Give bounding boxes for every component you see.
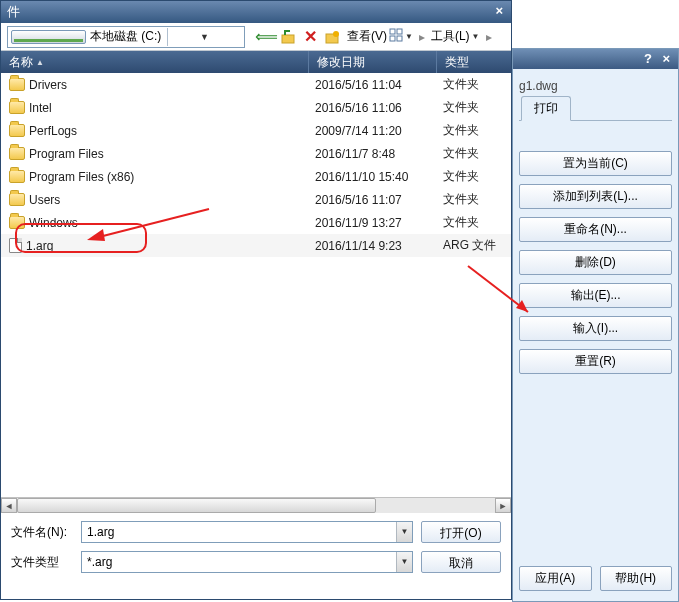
file-row[interactable]: Windows2016/11/9 13:27文件夹 [1,211,511,234]
path-text: 本地磁盘 (C:) [90,28,163,45]
scroll-track[interactable] [17,498,495,513]
filename-label: 文件名(N): [11,524,73,541]
rename-button[interactable]: 重命名(N)... [519,217,672,242]
file-type: 文件夹 [437,191,511,208]
file-name: 1.arg [26,239,53,253]
file-date: 2016/5/16 11:04 [309,78,437,92]
dialog-titlebar: 件 × [1,1,511,23]
tools-menu[interactable]: 工具(L) ▼ [429,28,482,45]
file-date: 2016/5/16 11:06 [309,101,437,115]
close-icon[interactable]: × [491,3,507,18]
file-date: 2016/5/16 11:07 [309,193,437,207]
folder-icon [9,170,25,183]
svg-rect-7 [390,36,395,41]
file-row[interactable]: Program Files2016/11/7 8:48文件夹 [1,142,511,165]
chevron-down-icon[interactable]: ▼ [167,28,241,46]
svg-rect-8 [397,36,402,41]
file-date: 2009/7/14 11:20 [309,124,437,138]
file-icon [9,238,22,253]
dialog-title: 件 [7,4,20,19]
file-open-dialog: 件 × 本地磁盘 (C:) ▼ ⟸ ✕ 查看(V) ▼ ▸ 工具(L) ▼ [0,0,512,600]
svg-point-4 [333,31,339,37]
reset-button[interactable]: 重置(R) [519,349,672,374]
file-name: Drivers [29,78,67,92]
view-menu[interactable]: 查看(V) ▼ [345,28,415,45]
path-selector[interactable]: 本地磁盘 (C:) ▼ [7,26,245,48]
file-name: PerfLogs [29,124,77,138]
file-row[interactable]: Intel2016/5/16 11:06文件夹 [1,96,511,119]
svg-rect-6 [397,29,402,34]
file-date: 2016/11/14 9:23 [309,239,437,253]
file-row[interactable]: PerfLogs2009/7/14 11:20文件夹 [1,119,511,142]
help-icon[interactable]: ? [640,51,656,66]
open-button[interactable]: 打开(O) [421,521,501,543]
file-type: ARG 文件 [437,237,511,254]
file-date: 2016/11/7 8:48 [309,147,437,161]
folder-icon [9,147,25,160]
file-type: 文件夹 [437,214,511,231]
file-list[interactable]: Drivers2016/5/16 11:04文件夹Intel2016/5/16 … [1,73,511,513]
file-row[interactable]: Program Files (x86)2016/11/10 15:40文件夹 [1,165,511,188]
folder-icon [9,216,25,229]
file-name: Intel [29,101,52,115]
column-headers: 名称 ▲ 修改日期 类型 [1,51,511,73]
svg-rect-2 [282,35,294,43]
drive-icon [11,30,86,44]
folder-icon [9,124,25,137]
filename-combo[interactable]: ▼ [81,521,413,543]
up-folder-icon[interactable] [279,28,297,46]
sort-indicator-icon: ▲ [36,58,44,67]
help-button[interactable]: 帮助(H) [600,566,673,591]
scroll-right-icon[interactable]: ► [495,498,511,513]
toolbar: 本地磁盘 (C:) ▼ ⟸ ✕ 查看(V) ▼ ▸ 工具(L) ▼ ▸ [1,23,511,51]
chevron-down-icon[interactable]: ▼ [396,552,412,572]
folder-icon [9,101,25,114]
cancel-button[interactable]: 取消 [421,551,501,573]
back-icon[interactable]: ⟸ [257,28,275,46]
file-row[interactable]: 1.arg2016/11/14 9:23ARG 文件 [1,234,511,257]
add-to-list-button[interactable]: 添加到列表(L)... [519,184,672,209]
file-name: Program Files [29,147,104,161]
tab-print[interactable]: 打印 [521,96,571,121]
delete-icon[interactable]: ✕ [301,28,319,46]
file-type: 文件夹 [437,99,511,116]
chevron-down-icon: ▼ [472,32,480,41]
folder-icon [9,193,25,206]
views-icon [389,28,403,45]
file-name: Program Files (x86) [29,170,134,184]
header-type[interactable]: 类型 [437,51,511,73]
filetype-combo[interactable]: ▼ [81,551,413,573]
chevron-down-icon[interactable]: ▼ [396,522,412,542]
file-date: 2016/11/9 13:27 [309,216,437,230]
tab-strip: 打印 [519,99,672,121]
chevron-down-icon: ▼ [405,32,413,41]
import-button[interactable]: 输入(I)... [519,316,672,341]
print-settings-panel: ? × g1.dwg 打印 置为当前(C) 添加到列表(L)... 重命名(N)… [512,48,679,602]
close-icon[interactable]: × [658,51,674,66]
file-hint: g1.dwg [519,79,672,93]
file-type: 文件夹 [437,122,511,139]
header-name[interactable]: 名称 ▲ [1,51,309,73]
header-date[interactable]: 修改日期 [309,51,437,73]
scroll-thumb[interactable] [17,498,376,513]
panel-titlebar: ? × [513,49,678,69]
file-row[interactable]: Drivers2016/5/16 11:04文件夹 [1,73,511,96]
file-date: 2016/11/10 15:40 [309,170,437,184]
file-name: Windows [29,216,78,230]
filename-input[interactable] [82,525,396,539]
export-button[interactable]: 输出(E)... [519,283,672,308]
set-current-button[interactable]: 置为当前(C) [519,151,672,176]
svg-rect-5 [390,29,395,34]
new-folder-icon[interactable] [323,28,341,46]
filetype-label: 文件类型 [11,554,73,571]
file-type: 文件夹 [437,76,511,93]
filetype-input[interactable] [82,555,396,569]
apply-button[interactable]: 应用(A) [519,566,592,591]
file-row[interactable]: Users2016/5/16 11:07文件夹 [1,188,511,211]
horizontal-scrollbar[interactable]: ◄ ► [1,497,511,513]
file-type: 文件夹 [437,145,511,162]
file-name: Users [29,193,60,207]
scroll-left-icon[interactable]: ◄ [1,498,17,513]
folder-icon [9,78,25,91]
delete-button[interactable]: 删除(D) [519,250,672,275]
